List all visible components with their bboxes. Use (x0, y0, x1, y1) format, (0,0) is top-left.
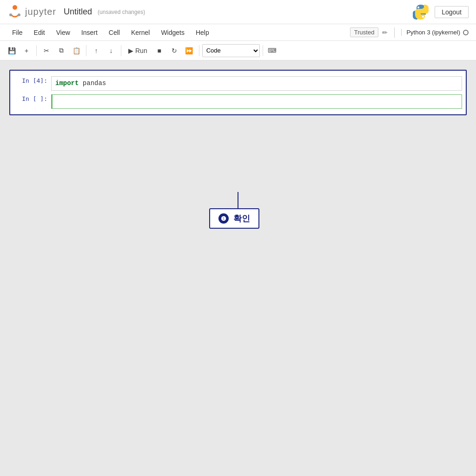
toolbar-sep-4 (199, 45, 199, 56)
svg-point-3 (417, 7, 419, 8)
paste-button[interactable]: 📋 (69, 44, 83, 57)
menu-edit[interactable]: Edit (29, 27, 50, 38)
run-button[interactable]: ▶ Run (124, 44, 152, 57)
menu-widgets[interactable]: Widgets (156, 27, 189, 38)
kernel-name: Python 3 (ipykernel) (406, 29, 460, 36)
keyboard-shortcuts-button[interactable]: ⌨ (266, 44, 279, 57)
menu-file[interactable]: File (7, 27, 27, 38)
jupyter-logo-icon (7, 5, 22, 20)
annotation-line (238, 192, 238, 208)
cell-1: In [4]: import pandas (10, 74, 466, 93)
menu-insert[interactable]: Insert (77, 27, 102, 38)
trusted-badge[interactable]: Trusted (350, 27, 379, 37)
top-bar: jupyter Untitled (unsaved changes) Logou… (0, 0, 476, 24)
top-bar-left: jupyter Untitled (unsaved changes) (7, 5, 145, 20)
cut-button[interactable]: ✂ (40, 44, 53, 57)
notebook-container: In [4]: import pandas In [ ]: (9, 70, 467, 115)
toolbar-sep-1 (36, 45, 37, 56)
kernel-info: Python 3 (ipykernel) (401, 29, 469, 36)
pencil-icon[interactable]: ✏ (380, 28, 390, 37)
menu-view[interactable]: View (52, 27, 75, 38)
toolbar-sep-2 (86, 45, 86, 56)
toolbar-sep-3 (121, 45, 121, 56)
top-bar-right: Logout (412, 4, 469, 20)
kernel-status-circle (463, 30, 469, 35)
cell-2: In [ ]: (10, 93, 466, 111)
run-icon: ▶ (128, 47, 133, 54)
notebook-area: In [4]: import pandas In [ ]: ❶ 확인 (0, 60, 476, 125)
svg-point-1 (9, 13, 12, 16)
logout-button[interactable]: Logout (435, 6, 469, 18)
cell-1-prompt: In [4]: (14, 76, 51, 84)
svg-point-0 (13, 5, 17, 10)
cell-2-input[interactable] (51, 94, 462, 109)
separator (394, 27, 395, 38)
stop-button[interactable]: ■ (152, 44, 166, 57)
menu-bar: File Edit View Insert Cell Kernel Widget… (0, 24, 476, 41)
cell-2-prompt: In [ ]: (14, 94, 51, 102)
restart-button[interactable]: ↻ (167, 44, 181, 57)
cell-1-input[interactable]: import pandas (51, 76, 462, 91)
jupyter-logo: jupyter (7, 5, 56, 20)
move-up-button[interactable]: ↑ (89, 44, 103, 57)
save-button[interactable]: 💾 (5, 44, 19, 57)
annotation-number: ❶ (218, 213, 229, 224)
unsaved-changes-label: (unsaved changes) (98, 9, 145, 15)
annotation-text: 확인 (233, 213, 250, 224)
svg-point-4 (422, 16, 424, 18)
toolbar: 💾 + ✂ ⧉ 📋 ↑ ↓ ▶ Run ■ ↻ ⏩ Code Markdown … (0, 41, 476, 60)
code-keyword-import: import (55, 79, 79, 87)
svg-point-2 (18, 13, 20, 16)
menu-help[interactable]: Help (191, 27, 214, 38)
move-down-button[interactable]: ↓ (104, 44, 118, 57)
toolbar-sep-5 (263, 45, 263, 56)
menu-kernel[interactable]: Kernel (126, 27, 154, 38)
code-rest-pandas: pandas (79, 79, 106, 87)
run-label: Run (135, 47, 147, 54)
cell-type-select[interactable]: Code Markdown Raw NBConvert Heading (202, 44, 260, 57)
menu-cell[interactable]: Cell (104, 27, 125, 38)
annotation-box: ❶ 확인 (209, 208, 259, 229)
jupyter-logo-text: jupyter (25, 7, 56, 17)
fast-forward-button[interactable]: ⏩ (182, 44, 196, 57)
copy-button[interactable]: ⧉ (54, 44, 68, 57)
python-logo-icon (412, 4, 429, 20)
add-cell-button[interactable]: + (20, 44, 33, 57)
notebook-title[interactable]: Untitled (64, 7, 92, 17)
